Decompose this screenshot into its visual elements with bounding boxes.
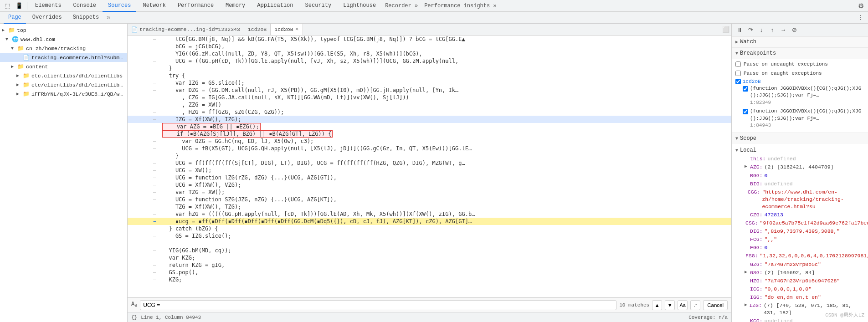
line-gutter[interactable]: –: [150, 254, 159, 261]
line-gutter[interactable]: –: [150, 159, 159, 167]
pause-caught-checkbox[interactable]: [735, 71, 741, 76]
case-sensitive-btn[interactable]: Aa: [678, 300, 688, 310]
search-prev-btn[interactable]: ▲: [652, 300, 662, 310]
local-header[interactable]: ▼ Local: [735, 146, 864, 155]
step-into-btn[interactable]: ↓: [756, 25, 766, 35]
scope-variable[interactable]: ▶GSG: (2) [105692, 84]: [735, 269, 864, 277]
tree-item[interactable]: ▶📁content: [0, 62, 127, 71]
tree-item[interactable]: ▼🌐www.dhl.com: [0, 35, 127, 44]
line-gutter[interactable]: –: [150, 181, 159, 189]
bp-checkbox[interactable]: [743, 86, 748, 92]
line-gutter[interactable]: –: [150, 116, 159, 123]
tab-recorder[interactable]: Recorder »: [382, 0, 421, 12]
sources-tab-more[interactable]: »: [105, 14, 112, 22]
tab-performance-insights[interactable]: Performance insights »: [421, 0, 499, 12]
line-gutter[interactable]: –: [150, 87, 159, 94]
scope-variable[interactable]: ▶AZG: (2) [3162421, 4404789]: [735, 163, 864, 171]
line-gutter[interactable]: →: [150, 218, 159, 225]
tree-item[interactable]: ▶📁etc.clientlibs/dhl/clientlibs: [0, 71, 127, 80]
tab-sources[interactable]: Sources: [103, 0, 136, 12]
scope-variable[interactable]: ICG: "0,0,0,0,1,0,0": [735, 285, 864, 293]
line-gutter[interactable]: –: [150, 50, 159, 57]
tab-lighthouse[interactable]: Lighthouse: [338, 0, 381, 12]
scope-variable[interactable]: FSG: "1,32,32,0,0,0,0,4,0,1702128997981,…: [735, 252, 864, 260]
tree-item[interactable]: ▶📁etc/clientlibs/dhl/clientlib-all: [0, 80, 127, 89]
scope-variable[interactable]: BGG: 0: [735, 172, 864, 180]
tab-application[interactable]: Application: [252, 0, 298, 12]
scope-variable[interactable]: FGG: 0: [735, 244, 864, 252]
tree-arrow: ▶: [16, 82, 23, 87]
scope-variable[interactable]: CGG: "https://www.dhl.com/cn-zh/home/tra…: [735, 188, 864, 211]
line-code: }: [159, 65, 731, 72]
pause-uncaught-checkbox[interactable]: [735, 61, 741, 67]
settings-icon[interactable]: ⚙: [855, 0, 866, 11]
tab-security[interactable]: Security: [300, 0, 337, 12]
sync-icon[interactable]: ⋮: [856, 14, 864, 21]
scope-variable[interactable]: CSG: "9f02ac5a7b75e1f42d9aa69e762fa17bed…: [735, 219, 864, 227]
editor-tab-tracking-html[interactable]: 📄 tracking-ecomme...ing-id=1232343: [128, 24, 244, 36]
deactivate-btn[interactable]: ⊘: [789, 25, 799, 35]
step-over-btn[interactable]: ↷: [745, 25, 755, 35]
scope-variable[interactable]: FCG: ",,": [735, 235, 864, 244]
line-gutter[interactable]: –: [150, 57, 159, 65]
tab-elements[interactable]: Elements: [30, 0, 67, 12]
line-gutter[interactable]: –: [150, 36, 159, 43]
line-gutter[interactable]: –: [150, 276, 159, 283]
regex-btn[interactable]: .*: [690, 300, 700, 310]
scope-variable[interactable]: BIG: undefined: [735, 180, 864, 188]
step-out-btn[interactable]: ↑: [767, 25, 777, 35]
line-gutter[interactable]: –: [150, 210, 159, 218]
line-gutter[interactable]: –: [150, 145, 159, 152]
line-gutter[interactable]: –: [150, 203, 159, 210]
tab-console[interactable]: Console: [68, 0, 102, 12]
cancel-search-btn[interactable]: Cancel: [703, 300, 728, 310]
scope-key: GZG:: [750, 261, 763, 268]
line-gutter[interactable]: –: [150, 269, 159, 276]
line-gutter[interactable]: –: [150, 261, 159, 269]
line-gutter[interactable]: –: [150, 167, 159, 174]
watch-header[interactable]: ▶ Watch: [732, 36, 868, 47]
scope-variable[interactable]: CZG: 472813: [735, 211, 864, 219]
line-gutter[interactable]: –: [150, 101, 159, 108]
bp-file-checkbox[interactable]: [735, 79, 741, 84]
line-gutter[interactable]: –: [150, 196, 159, 203]
sources-tab-overrides[interactable]: Overrides: [28, 12, 67, 24]
line-gutter[interactable]: –: [150, 247, 159, 254]
tree-item[interactable]: 📄tracking-ecommerce.html?submit=1&trac: [0, 53, 127, 62]
scope-variable[interactable]: this: undefined: [735, 155, 864, 163]
tree-item[interactable]: ▼📁cn-zh/home/tracking: [0, 44, 127, 53]
pause-btn[interactable]: ⏸: [734, 25, 745, 35]
line-gutter[interactable]: –: [150, 108, 159, 116]
tree-item[interactable]: ▶📁iFFRbYNL/qJX-3L/e3UE6_i/QB/wiOmhNcDp: [0, 89, 127, 98]
editor-tab-1cd2oB-2[interactable]: 1cd2oB ×: [271, 24, 303, 36]
panel-toggle-icon[interactable]: ⬜: [720, 24, 731, 35]
search-input[interactable]: [140, 300, 616, 310]
device-icon[interactable]: 📱: [14, 0, 25, 11]
tab-memory[interactable]: Memory: [220, 0, 251, 12]
line-gutter[interactable]: –: [150, 79, 159, 87]
step-btn[interactable]: →: [778, 25, 788, 35]
bp-checkbox[interactable]: [743, 109, 748, 114]
breakpoints-header[interactable]: ▼ Breakpoints: [732, 48, 868, 59]
sources-tab-snippets[interactable]: Snippets: [68, 12, 104, 24]
inspect-icon[interactable]: ⬚: [2, 0, 13, 11]
search-next-btn[interactable]: ▼: [665, 300, 675, 310]
line-gutter[interactable]: –: [150, 232, 159, 240]
code-line: – return KZG = gIG,: [128, 261, 731, 269]
tab-network[interactable]: Network: [137, 0, 171, 12]
editor-tab-1cd2oB-1[interactable]: 1cd2oB: [244, 24, 271, 36]
code-area[interactable]: – tCG[GG.BM(j8, Nq)] && kB(GG.FA(T5, X5(…: [128, 36, 731, 297]
expand-icon: ▶: [745, 269, 749, 276]
tab-performance[interactable]: Performance: [172, 0, 219, 12]
tree-item[interactable]: ▶📁top: [0, 26, 127, 35]
sources-tab-page[interactable]: Page: [4, 12, 26, 24]
scope-variable[interactable]: GZG: "7a74G7m23Vrp0o5c": [735, 261, 864, 269]
scope-variable[interactable]: IGG: "do_en,dm_en,t_en": [735, 293, 864, 302]
line-gutter[interactable]: –: [150, 189, 159, 196]
scope-header[interactable]: ▼ Scope: [732, 133, 868, 144]
scope-variable[interactable]: DIG: ",81o9,73379,439S,3088,": [735, 227, 864, 235]
line-gutter[interactable]: –: [150, 138, 159, 145]
close-tab-icon[interactable]: ×: [295, 26, 299, 33]
line-gutter[interactable]: –: [150, 174, 159, 181]
scope-variable[interactable]: HZG: "7a74G7m23Vrp0o5c947028": [735, 277, 864, 285]
